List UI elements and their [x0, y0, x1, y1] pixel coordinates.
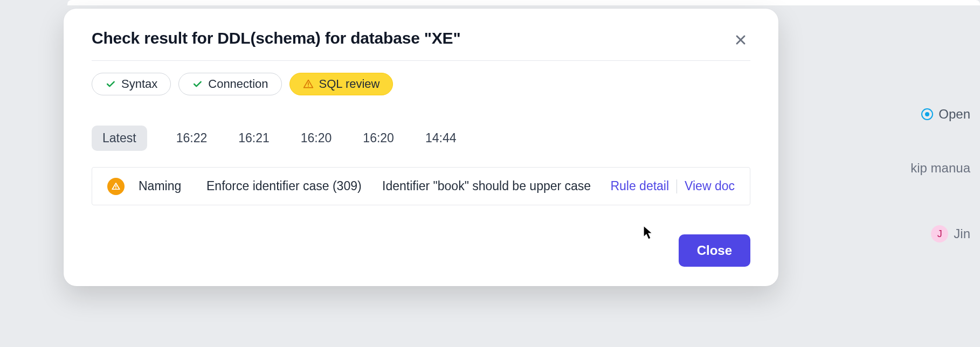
user-name: Jin	[954, 226, 970, 241]
check-result-modal: Check result for DDL(schema) for databas…	[64, 9, 778, 286]
avatar: J	[931, 225, 948, 242]
timestamps-row: Latest 16:22 16:21 16:20 16:20 14:44	[92, 126, 750, 151]
result-category: Naming	[139, 179, 192, 193]
time-item[interactable]: 16:21	[236, 126, 272, 151]
result-rule: Enforce identifier case (309)	[206, 177, 368, 195]
status-label: Open	[938, 107, 970, 122]
warning-circle-icon	[107, 178, 125, 195]
close-icon-button[interactable]	[731, 30, 750, 50]
warning-triangle-icon	[303, 79, 314, 89]
result-links: Rule detail View doc	[610, 179, 735, 193]
chip-label: Syntax	[121, 77, 157, 91]
chip-label: SQL review	[319, 77, 380, 91]
rule-detail-link[interactable]: Rule detail	[610, 179, 669, 193]
result-message: Identifier "book" should be upper case	[382, 179, 596, 193]
chip-connection[interactable]: Connection	[178, 73, 281, 95]
check-status-chips: Syntax Connection SQL review	[92, 73, 750, 95]
chip-syntax[interactable]: Syntax	[92, 73, 171, 95]
time-item[interactable]: 16:20	[299, 126, 334, 151]
modal-title: Check result for DDL(schema) for databas…	[92, 29, 460, 47]
modal-header: Check result for DDL(schema) for databas…	[92, 29, 750, 50]
chip-sql-review[interactable]: SQL review	[289, 73, 394, 95]
chip-label: Connection	[208, 77, 268, 91]
vertical-divider	[677, 179, 677, 193]
close-icon	[733, 32, 748, 47]
status-open[interactable]: Open	[921, 107, 970, 122]
result-row: Naming Enforce identifier case (309) Ide…	[92, 167, 750, 205]
modal-footer: Close	[92, 234, 750, 267]
bg-panel-top	[67, 0, 980, 5]
assignee-user[interactable]: J Jin	[931, 225, 970, 242]
divider	[92, 60, 750, 61]
radio-dot-icon	[921, 108, 933, 120]
view-doc-link[interactable]: View doc	[685, 179, 735, 193]
check-icon	[192, 79, 203, 89]
close-button[interactable]: Close	[679, 234, 750, 267]
check-icon	[105, 79, 116, 89]
time-item[interactable]: 14:44	[423, 126, 459, 151]
time-item[interactable]: 16:22	[174, 126, 210, 151]
time-pill-latest[interactable]: Latest	[92, 126, 147, 151]
time-item[interactable]: 16:20	[361, 126, 396, 151]
skip-text-fragment: kip manua	[910, 161, 970, 176]
